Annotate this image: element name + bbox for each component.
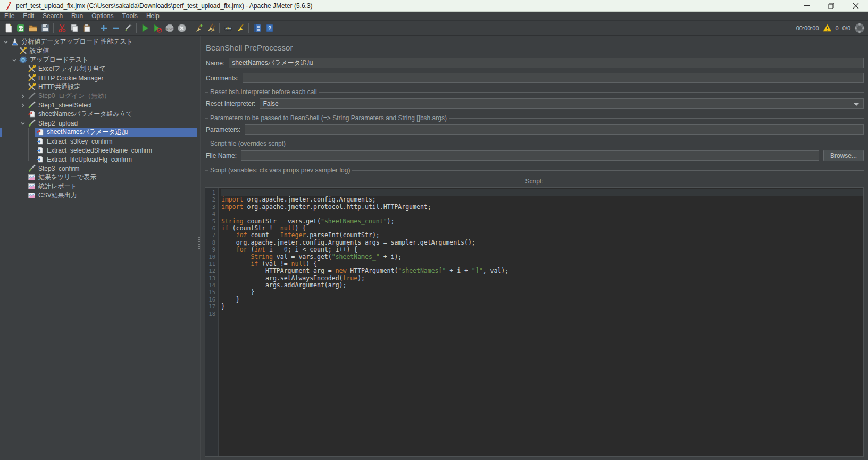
chevron-down-icon[interactable] <box>19 120 27 127</box>
postprocessor-icon <box>36 155 44 163</box>
warning-icon[interactable] <box>823 24 832 32</box>
chevron-down-icon <box>854 103 859 106</box>
tree-item-label: Step3_confirm <box>38 165 79 172</box>
code-line: } <box>221 303 863 310</box>
name-label: Name: <box>206 60 224 67</box>
reset-interpreter-value: False <box>263 100 278 107</box>
tree-item-label: 設定値 <box>30 46 49 55</box>
tree-item[interactable]: HTTP共通設定 <box>0 82 197 91</box>
code-line <box>221 311 863 317</box>
clear-button[interactable] <box>193 22 205 35</box>
code-line: import org.apache.jmeter.config.Argument… <box>221 196 863 203</box>
new-file-icon <box>4 23 13 33</box>
save-button[interactable] <box>39 22 51 35</box>
tree-item-label: HTTP共通設定 <box>38 82 80 91</box>
paste-button[interactable] <box>80 22 93 35</box>
tree-item[interactable]: sheetNamesパラメータ追加 <box>0 128 197 137</box>
menu-file[interactable]: File <box>0 12 19 20</box>
comments-input[interactable] <box>243 73 864 83</box>
splitter-handle[interactable] <box>197 36 201 460</box>
tree-item-label: sheetNamesパラメータ組み立て <box>38 110 132 119</box>
code-line: String countStr = vars.get("sheetNames_c… <box>221 218 863 225</box>
script-code[interactable]: import org.apache.jmeter.config.Argument… <box>219 188 863 456</box>
toggle-button[interactable] <box>122 22 134 35</box>
function-helper-button[interactable] <box>251 22 263 35</box>
script-editor[interactable]: 123456789101112131415161718 import org.a… <box>205 187 864 457</box>
name-input[interactable] <box>229 58 864 68</box>
chevron-down-icon[interactable] <box>11 56 18 64</box>
restore-button[interactable] <box>819 0 844 11</box>
tree-item[interactable]: Step2_upload <box>0 119 197 128</box>
tree-item[interactable]: 設定値 <box>0 46 197 55</box>
chevron-spacer <box>11 47 18 55</box>
start-no-pauses-icon <box>153 23 162 33</box>
tree-item[interactable]: Step3_confirm <box>0 164 197 173</box>
listener-icon <box>28 173 36 181</box>
tree-item[interactable]: Step0_ログイン（無効） <box>0 91 197 101</box>
config-icon <box>28 83 36 91</box>
stop-icon: STOP <box>165 23 174 33</box>
tree-item-label: Step2_upload <box>38 120 78 127</box>
chevron-right-icon[interactable] <box>19 93 27 100</box>
help-button[interactable]: ? <box>263 22 276 35</box>
templates-button[interactable] <box>14 22 27 35</box>
tree-item[interactable]: アップロードテスト <box>0 55 197 64</box>
search-button[interactable] <box>222 22 234 35</box>
jmeter-logo-icon <box>4 2 13 10</box>
stop-button[interactable]: STOP <box>163 22 176 35</box>
copy-icon <box>70 23 79 33</box>
menu-run[interactable]: Run <box>67 12 87 20</box>
tree-item[interactable]: 統計レポート <box>0 182 197 191</box>
menu-edit[interactable]: Edit <box>19 12 38 20</box>
shutdown-button[interactable] <box>176 22 188 35</box>
browse-button[interactable]: Browse... <box>823 150 864 161</box>
cut-button[interactable] <box>56 22 68 35</box>
tree-item[interactable]: Excelファイル割り当て <box>0 64 197 73</box>
collapse-icon <box>111 23 121 33</box>
expand-all-button[interactable] <box>97 22 110 35</box>
parameters-group-title: Parameters to be passed to BeanShell (=>… <box>205 114 864 122</box>
testplan-icon <box>11 38 19 46</box>
open-button[interactable] <box>27 22 39 35</box>
code-line: if (countStr != null) { <box>221 225 863 232</box>
menu-help[interactable]: Help <box>142 12 164 20</box>
tree-item[interactable]: 分析値データアップロード 性能テスト <box>0 37 197 46</box>
threads-status-icon <box>854 23 865 34</box>
minimize-button[interactable] <box>795 0 819 11</box>
parameters-input[interactable] <box>245 124 864 135</box>
new-button[interactable] <box>2 22 14 35</box>
start-button[interactable] <box>139 22 151 35</box>
tree-item[interactable]: sheetNamesパラメータ組み立て <box>0 110 197 119</box>
tree-item-label: 分析値データアップロード 性能テスト <box>21 37 133 46</box>
tree-item[interactable]: Extract_selectedSheetName_confirm <box>0 146 197 155</box>
sampler-icon <box>28 101 36 109</box>
postprocessor-icon <box>36 146 44 154</box>
toolbar-separator <box>136 23 137 33</box>
paste-icon <box>82 23 91 33</box>
collapse-all-button[interactable] <box>110 22 122 35</box>
menu-options[interactable]: Options <box>87 12 118 20</box>
code-line: int count = Integer.parseInt(countStr); <box>221 232 863 239</box>
tree-item[interactable]: Extract_lifeUploadFlg_confirm <box>0 155 197 164</box>
tree-item[interactable]: Step1_sheetSelect <box>0 101 197 110</box>
menu-tools[interactable]: Tools <box>118 12 142 20</box>
tree-item[interactable]: CSV結果出力 <box>0 191 197 200</box>
reset-interpreter-select[interactable]: False <box>260 98 864 109</box>
chevron-right-icon[interactable] <box>19 102 27 109</box>
tree-item[interactable]: HTTP Cookie Manager <box>0 73 197 82</box>
reset-interpreter-label: Reset Interpreter: <box>206 100 255 107</box>
search-reset-button[interactable] <box>234 22 246 35</box>
copy-button[interactable] <box>68 22 80 35</box>
menu-search[interactable]: Search <box>38 12 67 20</box>
close-button[interactable] <box>844 0 868 11</box>
file-name-input[interactable] <box>241 150 819 161</box>
chevron-spacer <box>19 74 27 82</box>
chevron-down-icon[interactable] <box>2 38 10 46</box>
start-no-pauses-button[interactable] <box>151 22 163 35</box>
clear-all-icon <box>206 23 216 33</box>
clear-all-button[interactable] <box>205 22 217 35</box>
templates-icon <box>16 23 26 33</box>
config-icon <box>28 65 36 73</box>
tree-item[interactable]: Extract_s3Key_confirm <box>0 137 197 146</box>
tree-item[interactable]: 結果をツリーで表示 <box>0 173 197 182</box>
